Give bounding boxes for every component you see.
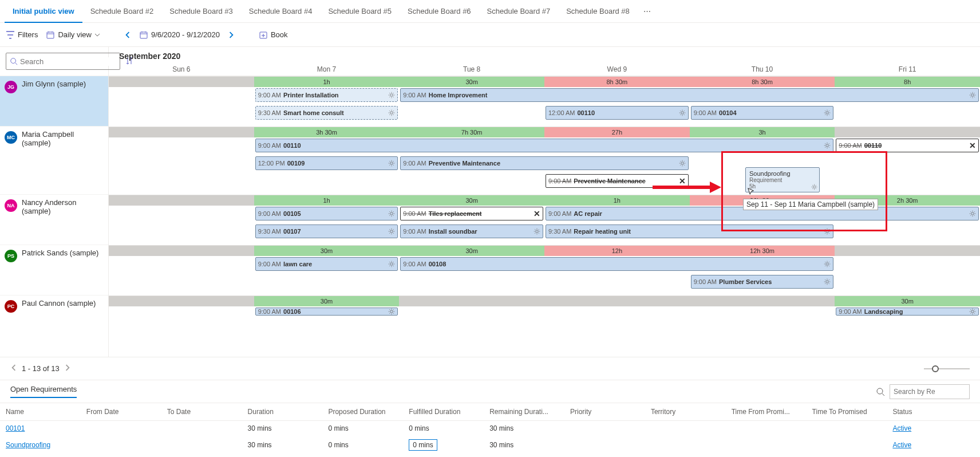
booking-chip[interactable]: 9:00 AM 00110 xyxy=(255,139,834,152)
svg-point-15 xyxy=(536,230,539,233)
day-headers: Sun 6Mon 7Tue 8Wed 9Thu 10Fri 11 xyxy=(109,65,980,76)
view-dropdown[interactable]: Daily view xyxy=(46,30,100,40)
table-header[interactable]: Remaining Durati... xyxy=(484,403,564,421)
filters-button[interactable]: Filters xyxy=(6,30,38,40)
gear-icon xyxy=(969,308,976,315)
table-header[interactable]: Priority xyxy=(564,403,645,421)
booking-chip[interactable]: 12:00 AM 00110 xyxy=(546,106,689,120)
resource-row[interactable]: PCPaul Cannon (sample) xyxy=(0,295,108,328)
tabs-overflow[interactable]: ⋯ xyxy=(638,7,657,15)
capacity-cell: 8h 30m xyxy=(690,77,835,87)
book-button[interactable]: Book xyxy=(259,30,288,40)
table-cell: 0 mins xyxy=(403,436,484,454)
close-icon[interactable]: ✕ xyxy=(534,209,540,218)
board-tab[interactable]: Schedule Board #3 xyxy=(161,0,241,23)
chevron-right-icon xyxy=(228,31,235,38)
capacity-cell: 7h 30m xyxy=(399,127,544,137)
drag-card-dur: 5h xyxy=(749,183,816,190)
resource-name: Nancy Anderson (sample) xyxy=(22,198,104,215)
capacity-row: 3h 30m7h 30m27h3h xyxy=(109,127,980,137)
requirement-link[interactable]: 00101 xyxy=(6,424,25,432)
booking-chip[interactable]: 9:00 AM Tiles replacement✕ xyxy=(400,207,543,220)
booking-chip[interactable]: 9:00 AM Preventive Maintenance xyxy=(400,156,688,170)
table-header[interactable]: Name xyxy=(0,403,81,421)
table-header[interactable]: Territory xyxy=(645,403,726,421)
booking-chip[interactable]: 9:00 AM 00104 xyxy=(691,106,834,120)
requirements-search[interactable] xyxy=(890,384,970,399)
board-tab[interactable]: Schedule Board #4 xyxy=(241,0,321,23)
board-tab[interactable]: Initial public view xyxy=(5,0,82,23)
resource-search[interactable] xyxy=(6,53,120,70)
booking-chip[interactable]: 9:00 AM Install soundbar xyxy=(400,224,543,238)
table-row[interactable]: 0010130 mins0 mins0 mins30 minsActive xyxy=(0,421,980,436)
gear-icon xyxy=(969,92,976,99)
table-row[interactable]: Soundproofing30 mins0 mins0 mins30 minsA… xyxy=(0,436,980,454)
zoom-slider[interactable] xyxy=(924,368,970,369)
board-tab[interactable]: Schedule Board #7 xyxy=(479,0,559,23)
booking-chip[interactable]: 9:30 AM Smart home consult xyxy=(255,106,398,120)
date-next[interactable] xyxy=(228,31,235,38)
resource-row[interactable]: NANancy Anderson (sample) xyxy=(0,194,108,245)
board-tab[interactable]: Schedule Board #2 xyxy=(82,0,162,23)
pager-next[interactable] xyxy=(64,364,71,373)
requirement-link[interactable]: Soundproofing xyxy=(6,441,50,449)
booking-chip[interactable]: 9:30 AM Repair heating unit xyxy=(546,224,833,238)
drag-card[interactable]: Soundproofing Requirement 5h xyxy=(745,167,820,192)
table-header[interactable]: Proposed Duration xyxy=(322,403,403,421)
arrow-icon xyxy=(653,179,721,196)
date-range-picker[interactable]: 9/6/2020 - 9/12/2020 xyxy=(139,30,220,40)
search-icon[interactable] xyxy=(876,387,885,396)
booking-chip[interactable]: 9:00 AM 00105 xyxy=(255,207,398,220)
resource-row[interactable]: MCMaria Campbell (sample) xyxy=(0,126,108,194)
capacity-row: 30m30m xyxy=(109,296,980,306)
gear-icon xyxy=(811,184,817,190)
table-cell xyxy=(955,436,980,454)
booking-chip[interactable]: 9:00 AM Landscaping xyxy=(836,308,979,316)
svg-point-10 xyxy=(390,162,393,165)
table-header[interactable]: Time From Promi... xyxy=(726,403,807,421)
chevron-down-icon xyxy=(94,32,100,38)
date-prev[interactable] xyxy=(124,31,131,38)
booking-chip[interactable]: 9:00 AM lawn care xyxy=(255,257,398,271)
table-header[interactable] xyxy=(955,403,980,421)
month-header: September 2020 xyxy=(109,47,980,61)
board-tab[interactable]: Schedule Board #8 xyxy=(558,0,638,23)
status-link[interactable]: Active xyxy=(892,441,911,449)
resource-row[interactable]: JGJim Glynn (sample) xyxy=(0,76,108,126)
table-header[interactable]: To Date xyxy=(161,403,242,421)
booking-chip[interactable]: 12:00 PM 00109 xyxy=(255,156,398,170)
table-cell: Active xyxy=(887,421,955,436)
booking-chip[interactable]: 9:30 AM 00107 xyxy=(255,224,398,238)
svg-point-18 xyxy=(826,263,829,266)
booking-chip[interactable]: 9:00 AM 00108 xyxy=(400,257,833,271)
booking-chip[interactable]: 9:00 AM Plumber Services xyxy=(691,275,834,289)
avatar: PC xyxy=(5,300,17,313)
calendar-icon xyxy=(139,30,148,40)
booking-lane: 9:00 AM Plumber Services xyxy=(109,274,980,291)
table-header[interactable]: Fulfilled Duration xyxy=(403,403,484,421)
close-icon[interactable]: ✕ xyxy=(969,141,976,150)
table-header[interactable]: Status xyxy=(887,403,955,421)
table-header[interactable]: From Date xyxy=(81,403,161,421)
booking-chip[interactable]: 9:00 AM Home Improvement xyxy=(400,88,979,102)
filter-icon xyxy=(6,30,15,40)
gear-icon xyxy=(388,228,395,235)
capacity-cell xyxy=(835,246,980,256)
resource-row[interactable]: PSPatrick Sands (sample) xyxy=(0,245,108,295)
status-link[interactable]: Active xyxy=(892,424,911,432)
booking-chip[interactable]: 9:00 AM Printer Installation xyxy=(255,88,398,102)
booking-chip[interactable]: 9:00 AM 00106 xyxy=(255,308,398,316)
table-header[interactable]: Time To Promised xyxy=(807,403,887,421)
capacity-cell: 30m xyxy=(254,246,400,256)
avatar: PS xyxy=(5,250,17,262)
booking-chip[interactable]: 9:00 AM 00110✕ xyxy=(836,139,979,152)
gear-icon xyxy=(824,228,831,235)
table-cell: 30 mins xyxy=(242,436,323,454)
board-tab[interactable]: Schedule Board #6 xyxy=(400,0,479,23)
board-tab[interactable]: Schedule Board #5 xyxy=(320,0,400,23)
search-input[interactable] xyxy=(20,57,116,66)
date-range-label: 9/6/2020 - 9/12/2020 xyxy=(151,30,220,39)
table-header[interactable]: Duration xyxy=(242,403,323,421)
pager-prev[interactable] xyxy=(10,364,17,373)
open-requirements-tab[interactable]: Open Requirements xyxy=(10,385,77,398)
